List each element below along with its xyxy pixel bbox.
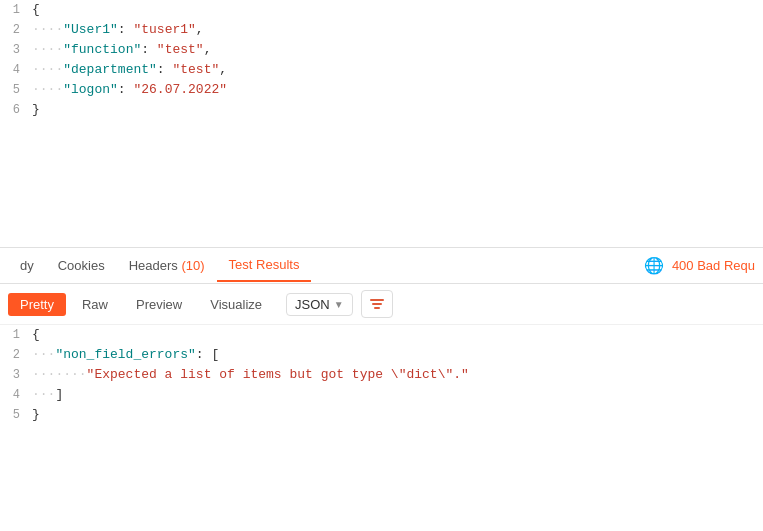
top-panel: 1 { 2 ····"User1": "tuser1", 3 ····"func… bbox=[0, 0, 763, 248]
line-content-5: ····"logon": "26.07.2022" bbox=[32, 80, 763, 100]
resp-line-content-3: ·······"Expected a list of items but got… bbox=[32, 365, 763, 385]
request-body-editor[interactable]: 1 { 2 ····"User1": "tuser1", 3 ····"func… bbox=[0, 0, 763, 120]
tab-cookies[interactable]: Cookies bbox=[46, 250, 117, 281]
resp-line-num-5: 5 bbox=[0, 405, 32, 425]
response-tabs-bar: dy Cookies Headers (10) Test Results 🌐 4… bbox=[0, 248, 763, 284]
tab-headers[interactable]: Headers (10) bbox=[117, 250, 217, 281]
visualize-button[interactable]: Visualize bbox=[198, 293, 274, 316]
resp-line-content-1: { bbox=[32, 325, 763, 345]
line-num-3: 3 bbox=[0, 40, 32, 60]
format-dropdown[interactable]: JSON ▼ bbox=[286, 293, 353, 316]
globe-icon: 🌐 bbox=[644, 256, 664, 276]
code-line-3: 3 ····"function": "test", bbox=[0, 40, 763, 60]
line-num-5: 5 bbox=[0, 80, 32, 100]
line-content-2: ····"User1": "tuser1", bbox=[32, 20, 763, 40]
format-selected-label: JSON bbox=[295, 297, 330, 312]
response-body: 1 { 2 ···"non_field_errors": [ 3 ·······… bbox=[0, 325, 763, 425]
resp-line-num-4: 4 bbox=[0, 385, 32, 405]
line-num-2: 2 bbox=[0, 20, 32, 40]
resp-line-num-2: 2 bbox=[0, 345, 32, 365]
raw-button[interactable]: Raw bbox=[70, 293, 120, 316]
resp-line-num-3: 3 bbox=[0, 365, 32, 385]
line-num-1: 1 bbox=[0, 0, 32, 20]
resp-line-3: 3 ·······"Expected a list of items but g… bbox=[0, 365, 763, 385]
tab-body-label: dy bbox=[20, 258, 34, 273]
line-content-4: ····"department": "test", bbox=[32, 60, 763, 80]
format-bar: Pretty Raw Preview Visualize JSON ▼ bbox=[0, 284, 763, 325]
line-content-1: { bbox=[32, 0, 763, 20]
resp-line-1: 1 { bbox=[0, 325, 763, 345]
headers-badge: (10) bbox=[181, 258, 204, 273]
line-content-6: } bbox=[32, 100, 763, 120]
resp-line-4: 4 ···] bbox=[0, 385, 763, 405]
tab-test-results-label: Test Results bbox=[229, 257, 300, 272]
resp-line-content-4: ···] bbox=[32, 385, 763, 405]
tab-cookies-label: Cookies bbox=[58, 258, 105, 273]
tab-test-results[interactable]: Test Results bbox=[217, 249, 312, 282]
filter-button[interactable] bbox=[361, 290, 393, 318]
resp-line-content-5: } bbox=[32, 405, 763, 425]
tab-headers-label: Headers (10) bbox=[129, 258, 205, 273]
status-text: 400 Bad Requ bbox=[672, 258, 755, 273]
dropdown-arrow-icon: ▼ bbox=[334, 299, 344, 310]
code-line-2: 2 ····"User1": "tuser1", bbox=[0, 20, 763, 40]
bottom-panel: dy Cookies Headers (10) Test Results 🌐 4… bbox=[0, 248, 763, 531]
code-line-4: 4 ····"department": "test", bbox=[0, 60, 763, 80]
resp-line-2: 2 ···"non_field_errors": [ bbox=[0, 345, 763, 365]
code-line-1: 1 { bbox=[0, 0, 763, 20]
tab-body[interactable]: dy bbox=[8, 250, 46, 281]
line-content-3: ····"function": "test", bbox=[32, 40, 763, 60]
pretty-button[interactable]: Pretty bbox=[8, 293, 66, 316]
line-num-6: 6 bbox=[0, 100, 32, 120]
filter-icon bbox=[369, 297, 385, 311]
preview-button[interactable]: Preview bbox=[124, 293, 194, 316]
resp-line-num-1: 1 bbox=[0, 325, 32, 345]
resp-line-5: 5 } bbox=[0, 405, 763, 425]
code-line-6: 6 } bbox=[0, 100, 763, 120]
tabs-right-section: 🌐 400 Bad Requ bbox=[644, 256, 755, 276]
resp-line-content-2: ···"non_field_errors": [ bbox=[32, 345, 763, 365]
line-num-4: 4 bbox=[0, 60, 32, 80]
code-line-5: 5 ····"logon": "26.07.2022" bbox=[0, 80, 763, 100]
